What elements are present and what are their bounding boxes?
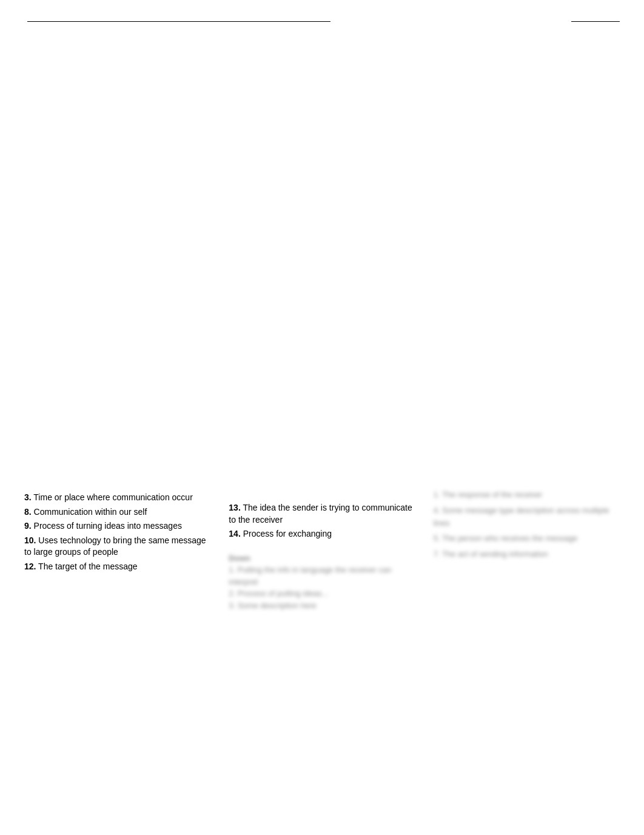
clues-section: 3. Time or place where communication occ…	[24, 489, 620, 611]
clue-12: 12. The target of the message	[24, 561, 210, 573]
clue-10: 10. Uses technology to bring the same me…	[24, 535, 210, 558]
clue-8: 8. Communication within our self	[24, 506, 210, 518]
blurred-clues-2: 1. The response of the receiver 4. Some …	[434, 489, 620, 611]
crossword-container: .cw-cell { position: absolute; width: 34…	[24, 34, 620, 471]
name-input-line	[27, 12, 330, 22]
crossword-grid: .cw-cell { position: absolute; width: 34…	[126, 34, 518, 471]
across-clues-2: 13. The idea the sender is trying to com…	[229, 489, 415, 611]
clue-13: 13. The idea the sender is trying to com…	[229, 502, 415, 526]
across-clues: 3. Time or place where communication occ…	[24, 489, 210, 611]
date-input-line	[571, 12, 620, 22]
clue-3: 3. Time or place where communication occ…	[24, 492, 210, 504]
blurred-clues-1: Down 1. Putting the info in language the…	[229, 552, 415, 612]
clue-9: 9. Process of turning ideas into message…	[24, 520, 210, 532]
clue-14: 14. Process for exchanging	[229, 528, 415, 540]
